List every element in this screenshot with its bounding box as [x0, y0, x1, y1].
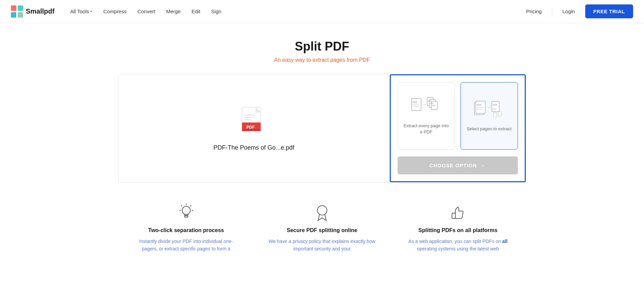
svg-rect-30 — [493, 113, 497, 117]
nav-item-sign[interactable]: Sign — [206, 6, 226, 17]
pdf-icon-container: PDF — [240, 106, 267, 137]
nav-item-edit[interactable]: Edit — [187, 6, 205, 17]
extract-every-page-option[interactable]: PDF → PDF PDF PDF — [398, 82, 455, 150]
svg-text:PDF: PDF — [477, 104, 482, 106]
thumbsup-icon — [449, 203, 468, 222]
extract-every-label: Extract every page into a PDF — [402, 123, 451, 135]
svg-line-38 — [190, 205, 191, 206]
feature-secure-title: Secure PDF splitting online — [286, 227, 357, 233]
feature-secure-desc: We have a privacy policy that explains e… — [268, 238, 377, 253]
select-pages-option[interactable]: PDF → PDF — [460, 82, 518, 150]
logo-link[interactable]: Smallpdf — [11, 5, 54, 18]
svg-point-42 — [317, 206, 327, 215]
page-title: Split PDF — [11, 39, 633, 54]
svg-rect-31 — [498, 112, 502, 116]
svg-text:PDF: PDF — [246, 125, 255, 130]
svg-text:PDF: PDF — [493, 104, 498, 106]
ribbon-icon — [313, 203, 332, 222]
logo-icon — [11, 5, 23, 18]
svg-line-39 — [181, 205, 182, 206]
file-area: PDF PDF-The Poems of Go...e.pdf — [119, 74, 390, 182]
feature-platforms: Splitting PDFs on all platforms As a web… — [404, 203, 512, 253]
pdf-file-icon: PDF — [240, 106, 267, 136]
nav-item-compress[interactable]: Compress — [99, 6, 131, 17]
nav-item-all-tools[interactable]: All Tools ▾ — [65, 6, 97, 17]
feature-two-click-title: Two-click separation process — [148, 227, 224, 233]
hero-subtitle: An easy way to extract pages from PDF — [11, 57, 633, 63]
svg-rect-1 — [18, 5, 23, 11]
arrow-icon: → — [480, 163, 486, 168]
svg-rect-0 — [11, 5, 16, 11]
pricing-link[interactable]: Pricing — [521, 6, 546, 17]
nav-divider — [552, 7, 552, 16]
svg-rect-3 — [18, 12, 23, 18]
login-link[interactable]: Login — [558, 6, 580, 17]
svg-text:→: → — [486, 105, 491, 110]
select-pages-icon: PDF → PDF — [474, 100, 504, 122]
svg-rect-23 — [476, 101, 485, 113]
file-name: PDF-The Poems of Go...e.pdf — [213, 144, 294, 151]
free-trial-button[interactable]: FREE TRIAL — [585, 4, 633, 18]
highlight-text: all — [502, 239, 508, 244]
navbar: Smallpdf All Tools ▾ Compress Convert Me… — [0, 0, 644, 23]
feature-platforms-desc: As a web application, you can split PDFs… — [404, 238, 512, 253]
svg-rect-2 — [11, 12, 16, 18]
svg-text:PDF: PDF — [432, 105, 436, 107]
logo-text: Smallpdf — [26, 7, 54, 15]
feature-secure: Secure PDF splitting online We have a pr… — [268, 203, 377, 253]
feature-platforms-title: Splitting PDFs on all platforms — [418, 227, 498, 233]
dropdown-chevron-icon: ▾ — [90, 9, 92, 14]
svg-point-33 — [494, 108, 495, 109]
svg-text:→: → — [422, 101, 427, 107]
main-card: PDF PDF-The Poems of Go...e.pdf — [118, 74, 526, 183]
svg-point-34 — [495, 108, 497, 109]
feature-two-click-desc: Instantly divide your PDF into individua… — [132, 238, 241, 253]
features-section: Two-click separation process Instantly d… — [118, 183, 526, 273]
nav-item-merge[interactable]: Merge — [161, 6, 186, 17]
svg-point-35 — [182, 206, 190, 214]
svg-text:PDF: PDF — [428, 100, 432, 102]
svg-rect-28 — [492, 101, 499, 112]
choose-option-button[interactable]: CHOOSE OPTION → — [398, 156, 518, 174]
svg-rect-11 — [412, 98, 421, 111]
select-pages-label: Select pages to extract — [467, 126, 511, 132]
feature-two-click: Two-click separation process Instantly d… — [132, 203, 241, 253]
lightbulb-icon — [177, 203, 196, 222]
svg-point-32 — [493, 108, 494, 109]
nav-menu: All Tools ▾ Compress Convert Merge Edit … — [65, 6, 521, 17]
extract-every-icon: PDF → PDF PDF PDF — [411, 97, 441, 119]
nav-right: Pricing Login FREE TRIAL — [521, 4, 633, 18]
options-cards: PDF → PDF PDF PDF — [391, 75, 525, 156]
options-panel: PDF → PDF PDF PDF — [390, 74, 526, 182]
nav-item-convert[interactable]: Convert — [133, 6, 160, 17]
svg-rect-43 — [452, 213, 455, 219]
hero-section: Split PDF An easy way to extract pages f… — [0, 23, 644, 74]
svg-rect-36 — [185, 216, 188, 217]
svg-text:PDF: PDF — [413, 101, 417, 103]
